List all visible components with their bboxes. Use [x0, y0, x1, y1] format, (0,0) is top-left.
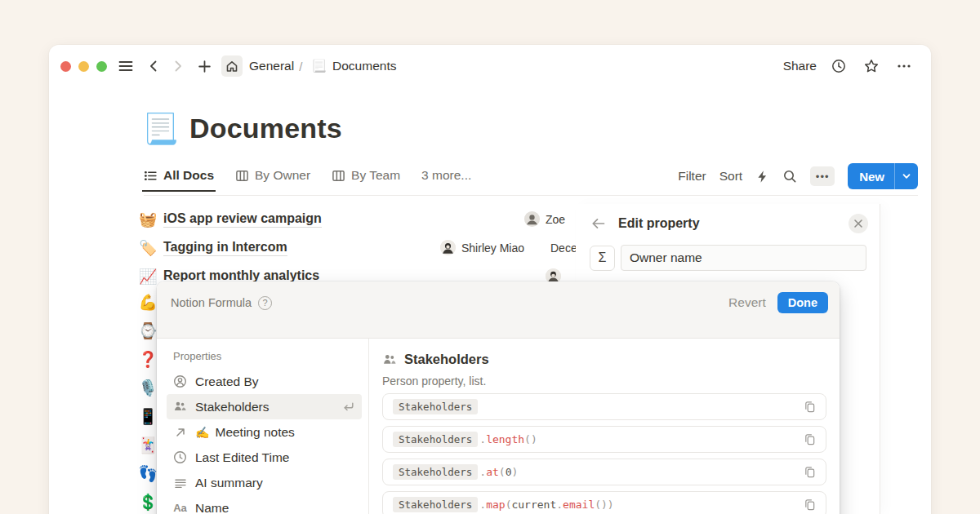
- person-name: Zoe: [546, 213, 565, 226]
- table-row[interactable]: 🧺 iOS app review campaign: [139, 206, 322, 233]
- close-icon[interactable]: [849, 214, 868, 233]
- edit-property-header: Edit property: [576, 204, 880, 233]
- clock-icon: [173, 450, 187, 464]
- text-lines-icon: [173, 476, 187, 490]
- property-label: Stakeholders: [195, 400, 269, 414]
- property-chip: Stakeholders: [393, 399, 478, 414]
- edit-property-title: Edit property: [618, 216, 700, 231]
- row-date-cell[interactable]: Dece: [550, 241, 577, 255]
- property-item-name[interactable]: Aa Name: [167, 495, 362, 514]
- formula-example[interactable]: Stakeholders: [382, 393, 826, 420]
- row-icon: 🏷️: [139, 239, 157, 257]
- row-icon[interactable]: 🎙️: [137, 379, 158, 397]
- formula-code: .length(): [479, 433, 537, 445]
- formula-code: .map(current.email()): [479, 498, 613, 511]
- row-icon[interactable]: 🃏: [137, 436, 158, 454]
- person-circle-icon: [173, 374, 187, 388]
- back-arrow-icon[interactable]: [590, 215, 607, 232]
- row-person-cell[interactable]: Zoe: [524, 211, 565, 227]
- formula-example[interactable]: Stakeholders .at(0): [382, 459, 826, 485]
- formula-header: Notion Formula ? Revert Done: [157, 281, 840, 339]
- formula-body: Properties Created By Stakeholders: [157, 339, 840, 514]
- property-label: AI summary: [195, 476, 263, 490]
- avatar: [440, 240, 456, 255]
- people-icon: [173, 400, 187, 414]
- formula-example[interactable]: Stakeholders .map(current.email()): [382, 491, 826, 514]
- relation-arrow-icon: [173, 426, 187, 439]
- enter-return-icon: [341, 400, 355, 414]
- person-name: Shirley Miao: [461, 241, 524, 255]
- property-name-input[interactable]: [621, 245, 866, 271]
- row-icon: 🧺: [139, 210, 157, 228]
- property-item-stakeholders[interactable]: Stakeholders: [167, 394, 362, 419]
- screenshot-stage: General / 📃 Documents Share 📃 Documents …: [0, 0, 980, 514]
- copy-icon[interactable]: [804, 466, 816, 478]
- property-chip: Stakeholders: [393, 464, 478, 480]
- row-icon: 📈: [139, 268, 157, 286]
- property-chip: Stakeholders: [393, 497, 478, 512]
- row-icon[interactable]: ⌚: [137, 321, 158, 340]
- row-icon[interactable]: 💪: [137, 293, 158, 312]
- properties-section-label: Properties: [167, 350, 362, 362]
- formula-properties-panel: Properties Created By Stakeholders: [157, 339, 369, 514]
- property-item-created-by[interactable]: Created By: [167, 369, 362, 394]
- copy-icon[interactable]: [804, 498, 816, 511]
- title-aa-icon: Aa: [173, 502, 187, 514]
- row-icon[interactable]: 💲: [137, 493, 158, 512]
- row-title[interactable]: iOS app review campaign: [163, 211, 322, 228]
- row-title[interactable]: Tagging in Intercom: [163, 240, 287, 256]
- people-icon: [382, 352, 397, 367]
- copy-icon[interactable]: [804, 401, 816, 413]
- row-person-cell[interactable]: Shirley Miao: [440, 240, 524, 255]
- property-chip: Stakeholders: [393, 432, 478, 447]
- row-icon[interactable]: 👣: [137, 464, 158, 483]
- done-button[interactable]: Done: [777, 292, 828, 313]
- formula-editor-popup: Notion Formula ? Revert Done Properties …: [157, 281, 840, 514]
- formula-code: .at(0): [479, 466, 518, 478]
- property-label: Created By: [195, 374, 259, 389]
- property-item-last-edited-time[interactable]: Last Edited Time: [167, 445, 362, 470]
- table-row[interactable]: 🏷️ Tagging in Intercom: [139, 234, 287, 262]
- property-name-row: Σ: [576, 233, 880, 271]
- property-item-meeting-notes[interactable]: ✍️ Meeting notes: [167, 419, 362, 445]
- doc-subtitle: Person property, list.: [382, 374, 826, 388]
- property-label: Meeting notes: [215, 425, 294, 440]
- revert-button[interactable]: Revert: [728, 295, 766, 310]
- page-emoji: ✍️: [195, 426, 209, 439]
- row-icon[interactable]: ❓: [137, 350, 158, 369]
- property-item-ai-summary[interactable]: AI summary: [167, 470, 362, 495]
- formula-example[interactable]: Stakeholders .length(): [382, 426, 826, 453]
- property-label: Last Edited Time: [195, 450, 289, 465]
- doc-heading: Stakeholders: [404, 352, 489, 367]
- property-label: Name: [195, 501, 229, 514]
- formula-doc-panel: Stakeholders Person property, list. Stak…: [369, 339, 840, 514]
- row-icon[interactable]: 📱: [137, 407, 158, 426]
- formula-sigma-icon[interactable]: Σ: [590, 246, 615, 271]
- copy-icon[interactable]: [804, 433, 816, 445]
- help-icon[interactable]: ?: [258, 296, 272, 310]
- doc-heading-row: Stakeholders: [382, 352, 826, 367]
- formula-title: Notion Formula: [171, 296, 252, 309]
- avatar: [524, 211, 540, 227]
